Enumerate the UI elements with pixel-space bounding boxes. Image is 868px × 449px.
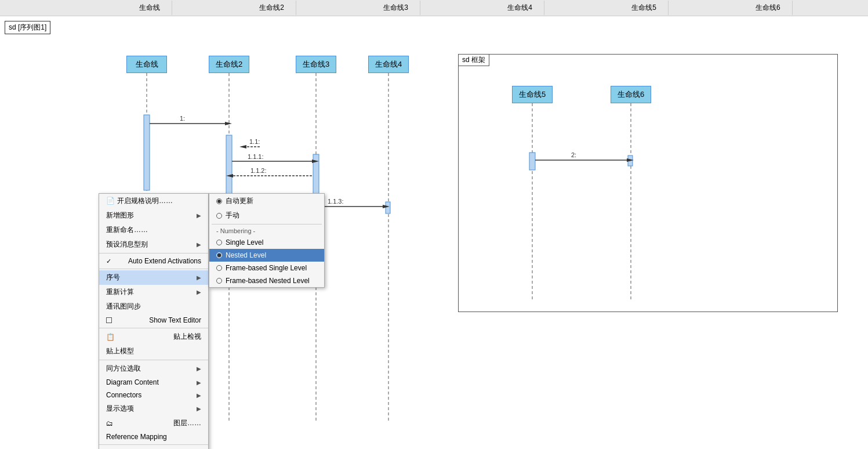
- menu-item-rename[interactable]: 重新命名……: [99, 223, 208, 237]
- submenu-numbering-label: - Numbering -: [209, 226, 324, 236]
- menu-item-layers[interactable]: 🗂 图层……: [99, 416, 208, 430]
- tab-lifeline1[interactable]: 生命线: [128, 1, 172, 15]
- menu-item-display-options[interactable]: 显示选项 ▶: [99, 401, 208, 416]
- menu-item-recalculate[interactable]: 重新计算 ▶: [99, 285, 208, 299]
- tab-lifeline5[interactable]: 生命线5: [620, 1, 669, 15]
- menu-item-same-position[interactable]: 同方位选取 ▶: [99, 361, 208, 376]
- radio-auto-update: [216, 198, 222, 204]
- menu-item-show-text-editor[interactable]: Show Text Editor: [99, 314, 208, 327]
- top-header: 生命线 生命线2 生命线3 生命线4 生命线5 生命线6: [0, 0, 868, 16]
- menu-item-paste-model[interactable]: 贴上模型: [99, 344, 208, 359]
- tab-lifeline6[interactable]: 生命线6: [744, 1, 793, 15]
- radio-single-level: [216, 240, 222, 245]
- sd-label: sd [序列图1]: [5, 21, 50, 34]
- menu-item-connectors[interactable]: Connectors ▶: [99, 389, 208, 401]
- svg-rect-9: [386, 202, 390, 213]
- svg-text:1:: 1:: [180, 115, 185, 122]
- submenu-item-auto-update[interactable]: 自动更新: [209, 194, 324, 208]
- radio-frame-nested: [216, 278, 222, 284]
- submenu-item-single-level[interactable]: Single Level: [209, 236, 324, 249]
- svg-rect-6: [144, 115, 150, 190]
- lifeline-box-3: 生命线3: [296, 56, 336, 73]
- lifeline-box-1: 生命线: [126, 56, 167, 73]
- separator-1: [99, 253, 208, 254]
- lifeline-box-2: 生命线2: [209, 56, 249, 73]
- svg-marker-13: [225, 122, 232, 125]
- svg-marker-16: [239, 145, 246, 149]
- submenu-item-frame-nested[interactable]: Frame-based Nested Level: [209, 274, 324, 287]
- svg-text:1.1.2:: 1.1.2:: [250, 167, 267, 174]
- radio-manual: [216, 213, 222, 219]
- tab-lifeline2[interactable]: 生命线2: [248, 1, 296, 15]
- menu-item-preset-message[interactable]: 预设消息型别 ▶: [99, 237, 208, 252]
- svg-marker-22: [226, 174, 233, 178]
- svg-marker-19: [312, 160, 319, 163]
- menu-item-auto-extend[interactable]: ✓ Auto Extend Activations: [99, 255, 208, 267]
- svg-marker-25: [383, 205, 390, 208]
- frame-box: sd 框架: [458, 54, 838, 312]
- submenu-item-frame-single[interactable]: Frame-based Single Level: [209, 262, 324, 274]
- menu-item-reference-mapping[interactable]: Reference Mapping: [99, 430, 208, 443]
- separator-2: [99, 269, 208, 269]
- submenu-separator-numbering: [212, 224, 322, 224]
- svg-text:1.1.1:: 1.1.1:: [248, 153, 264, 160]
- diagram-area: sd [序列图1] 生命线 生命线2 生命线3 生命线4 生命线5 生命线6 s…: [0, 16, 868, 449]
- menu-item-zoom[interactable]: 缩放 ▶: [99, 446, 208, 449]
- separator-4: [99, 360, 208, 360]
- tab-lifeline3[interactable]: 生命线3: [372, 1, 420, 15]
- context-menu: 📄开启规格说明…… 新增图形 ▶ 重新命名…… 预设消息型别 ▶ ✓ Auto …: [99, 193, 209, 449]
- menu-item-specification[interactable]: 📄开启规格说明……: [99, 194, 208, 208]
- radio-frame-single: [216, 265, 222, 271]
- menu-item-diagram-content[interactable]: Diagram Content ▶: [99, 376, 208, 389]
- submenu-item-nested-level[interactable]: Nested Level: [209, 249, 324, 262]
- svg-text:1.1:: 1.1:: [249, 138, 260, 145]
- menu-item-paste-view[interactable]: 📋 贴上检视: [99, 329, 208, 344]
- tab-lifeline4[interactable]: 生命线4: [496, 1, 544, 15]
- menu-item-sequence[interactable]: 序号 ▶: [99, 270, 208, 285]
- menu-item-commsync[interactable]: 通讯图同步: [99, 299, 208, 314]
- submenu-sequence: 自动更新 手动 - Numbering - Single Level Neste…: [209, 193, 325, 288]
- menu-item-add-shape[interactable]: 新增图形 ▶: [99, 208, 208, 223]
- lifeline-box-4: 生命线4: [368, 56, 409, 73]
- separator-5: [99, 444, 208, 445]
- svg-text:1.1.3:: 1.1.3:: [328, 198, 344, 205]
- radio-nested-level: [216, 252, 222, 258]
- separator-3: [99, 328, 208, 328]
- frame-label: sd 框架: [458, 54, 489, 66]
- submenu-item-manual[interactable]: 手动: [209, 208, 324, 223]
